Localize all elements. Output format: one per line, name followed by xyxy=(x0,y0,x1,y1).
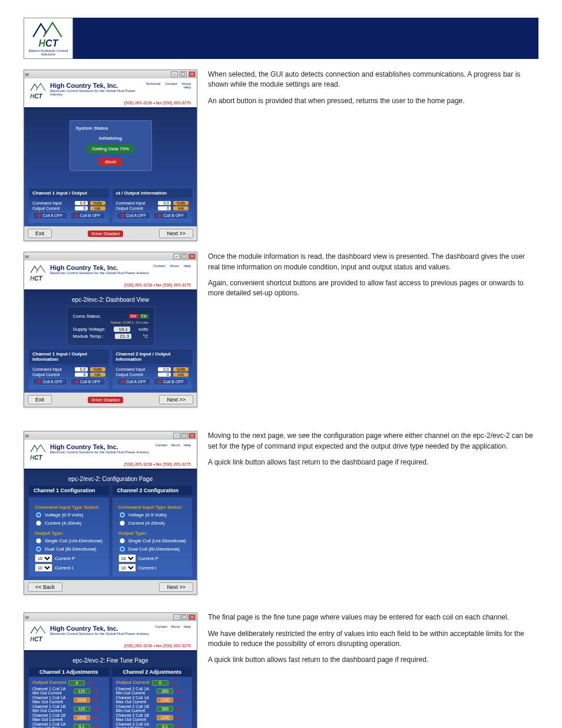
finetune-value[interactable]: 0.1 xyxy=(74,724,90,728)
finetune-value[interactable]: 300 xyxy=(157,706,173,711)
link-technical[interactable]: Technical xyxy=(146,82,160,85)
finetune-value[interactable]: 0.1 xyxy=(157,724,173,728)
temp-label: Module Temp.: xyxy=(73,334,104,339)
minimize-icon[interactable]: – xyxy=(171,71,178,77)
coms-note: Notice: COM 1: On Line xyxy=(73,321,148,324)
finetune-label: Channel 1 Coil 1A Ramp UP Time xyxy=(32,722,71,728)
back-button[interactable]: << Back xyxy=(28,582,62,592)
abort-button[interactable]: Abort xyxy=(99,158,122,166)
window-icon: M xyxy=(25,434,29,438)
ch1-out-dual[interactable]: Dual Coil (Bi-Directional) xyxy=(35,545,103,553)
config-window: M–▢× HCT High Country Tek, Inc.Electroni… xyxy=(24,431,197,595)
io-title-ch2: ut / Output Information xyxy=(113,189,193,197)
ci-label: Command Input xyxy=(32,201,72,205)
driver-status: Driver Disabled xyxy=(88,230,123,237)
finetune-unit: mA xyxy=(92,689,105,693)
doc-header: HCT Electro-Hydraulic Control Solutions xyxy=(24,18,538,59)
io-title-ch2: Channel 2 Input / Output Information xyxy=(113,350,193,364)
window-icon: M xyxy=(25,73,29,77)
driver-status: Driver Disabled xyxy=(88,397,123,403)
section1-copy: When selected, the GUI auto detects conn… xyxy=(208,70,538,112)
finetune-label: Channel 2 Coil 1B Min Out Current xyxy=(116,704,155,713)
io-panel-ch2: ut / Output Information Command Input0.0… xyxy=(113,189,193,223)
ci-value: 0.0 xyxy=(75,201,88,205)
finetune-value[interactable]: 125 xyxy=(74,706,90,711)
finetune-value[interactable]: 1200 xyxy=(157,715,173,720)
init-block: System Status Initializing Getting Data … xyxy=(70,120,152,171)
minimize-icon[interactable]: – xyxy=(173,253,180,259)
finetune-unit: mA xyxy=(176,716,189,720)
maximize-icon[interactable]: ▢ xyxy=(180,71,187,77)
link-about[interactable]: About xyxy=(170,264,179,268)
finetune-unit: mA xyxy=(176,707,189,711)
ch2-cmd-current[interactable]: Current (4-20mA) xyxy=(118,519,187,527)
exit-button[interactable]: Exit xyxy=(28,229,52,238)
ch1-finetune: Channel 1 Adjustments Output Current0mA … xyxy=(29,667,109,728)
link-help[interactable]: Help xyxy=(184,85,191,89)
close-icon[interactable]: × xyxy=(189,71,196,77)
finetune-row: Channel 2 Coil 1B Max Out Current1200mA xyxy=(116,713,189,722)
finetune-value[interactable]: 300 xyxy=(157,689,173,694)
next-button[interactable]: Next >> xyxy=(159,395,193,404)
system-status-label: System Status xyxy=(76,126,146,131)
page-title: epc-2/evc-2: Configuration Page xyxy=(29,476,192,482)
section2-copy: Once the module information is read, the… xyxy=(208,252,538,305)
ch1-cmd-voltage[interactable]: Voltage (0-5 Volts) xyxy=(35,511,103,519)
hct-logo: HCT Electro-Hydraulic Control Solutions xyxy=(24,18,73,59)
minimize-icon[interactable]: – xyxy=(173,433,180,439)
finetune-row: Channel 1 Coil 1A Min Out Current125mA xyxy=(32,687,105,695)
ch2-current-i[interactable]: 10 xyxy=(118,564,136,572)
maximize-icon[interactable]: ▢ xyxy=(181,253,188,259)
finetune-value[interactable]: 125 xyxy=(74,689,90,694)
link-help[interactable]: Help xyxy=(184,264,191,268)
supply-label: Supply Voltage: xyxy=(73,327,106,332)
minimize-icon[interactable]: – xyxy=(173,614,180,620)
finetune-unit: mA xyxy=(176,689,189,693)
next-button[interactable]: Next >> xyxy=(159,582,193,592)
close-icon[interactable]: × xyxy=(189,433,196,439)
coil-a-status: Coil A OFF xyxy=(32,212,68,219)
titlebar[interactable]: M –▢× xyxy=(24,252,197,261)
finetune-label: Channel 2 Coil 1B Max Out Current xyxy=(116,713,155,722)
phone-bar: (530) 265-3236 • fax (530) 265-3275 xyxy=(24,101,197,108)
finetune-unit: mA xyxy=(92,698,105,702)
finetune-unit: mA xyxy=(176,698,189,702)
finetune-label: Channel 1 Coil 1B Max Out Current xyxy=(32,713,71,722)
finetune-label: Channel 1 Coil 1B Min Out Current xyxy=(32,704,71,713)
ch2-out-dual[interactable]: Dual Coil (Bi-Directional) xyxy=(118,545,187,553)
ch2-out-single[interactable]: Single Coil (Uni-Directional) xyxy=(118,537,187,545)
ch1-cmd-current[interactable]: Current (4-20mA) xyxy=(35,519,103,527)
coms-label: Coms Status: xyxy=(73,314,101,319)
ch1-current-p[interactable]: 10 xyxy=(35,554,52,562)
supply-value: 18.1 xyxy=(114,327,130,332)
finetune-row: Channel 1 Coil 1B Max Out Current1000mA xyxy=(32,713,105,722)
titlebar[interactable]: M – ▢ × xyxy=(24,70,197,78)
temp-value: 21.3 xyxy=(115,334,131,339)
ch1-out-single[interactable]: Single Coil (Uni-Directional) xyxy=(35,537,103,545)
coil-b-status: Coil B OFF xyxy=(70,212,105,219)
finetune-value[interactable]: 1000 xyxy=(74,715,90,720)
coil-b-status: Coil B OFF xyxy=(153,212,189,219)
next-button[interactable]: Next >> xyxy=(159,229,193,238)
io-title-ch1: Channel 1 Input / Output Information xyxy=(29,350,109,364)
close-icon[interactable]: × xyxy=(189,253,196,259)
window-icon: M xyxy=(25,615,29,620)
temp-unit: °C xyxy=(143,334,148,339)
ch2-current-p[interactable]: 10 xyxy=(118,554,136,562)
company-name: High Country Tek, Inc. xyxy=(50,82,137,89)
ch2-cmd-voltage[interactable]: Voltage (0-5 Volts) xyxy=(118,511,187,519)
exit-button[interactable]: Exit xyxy=(28,395,52,404)
io-panel-ch1: Channel 1 Input / Output Command Input0.… xyxy=(29,189,109,223)
link-contact[interactable]: Contact xyxy=(165,82,177,85)
oc-label: Output Current xyxy=(32,206,72,210)
finetune-window: M–▢× HCT High Country Tek, Inc.Electroni… xyxy=(24,612,197,728)
finetune-value[interactable]: 1000 xyxy=(74,697,90,703)
close-icon[interactable]: × xyxy=(189,614,196,620)
maximize-icon[interactable]: ▢ xyxy=(181,433,188,439)
link-contact[interactable]: Contact xyxy=(153,264,166,268)
ch1-current-i[interactable]: 10 xyxy=(35,564,52,572)
mountain-icon xyxy=(32,20,64,38)
maximize-icon[interactable]: ▢ xyxy=(181,614,188,620)
supply-unit: volts xyxy=(138,327,148,332)
finetune-value[interactable]: 1200 xyxy=(157,697,173,703)
